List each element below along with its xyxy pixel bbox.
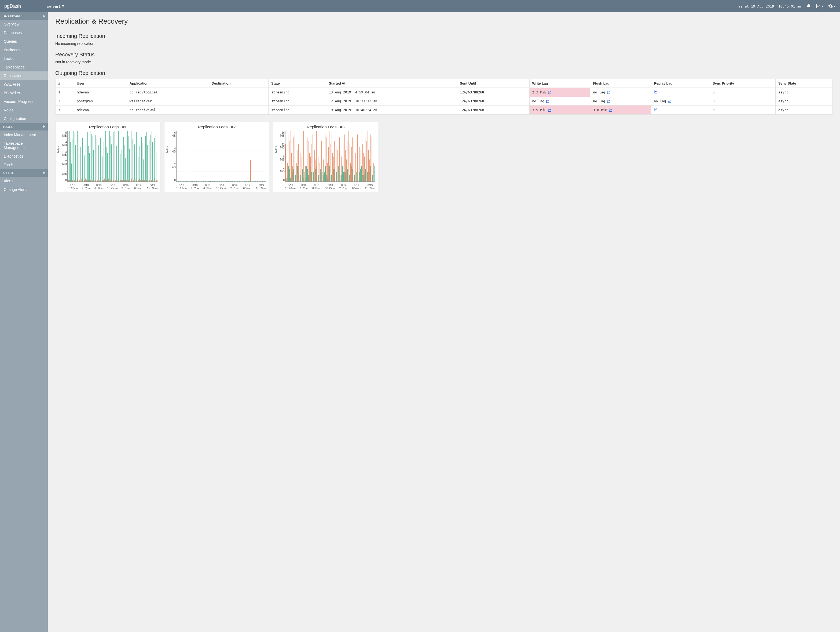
sidebar-section-head[interactable]: TOOLS [0,123,48,130]
chart-title: Replication Lags - #2 [164,122,269,130]
table-cell: 1 [55,88,74,97]
table-row: 1mdevanpg_recvlogicalstreaming13 Aug 201… [55,88,832,97]
sidebar-item[interactable]: Roles [0,106,48,114]
lag-cell [651,88,710,97]
chart-line-icon[interactable] [654,108,658,111]
chart-card: Replication Lags - #3bytes16MiB12MiB8MiB… [273,122,378,192]
sidebar-item[interactable]: Locks [0,54,48,63]
table-cell [209,106,268,115]
lag-value: no lag [593,99,605,103]
caret-down-icon [834,6,836,7]
table-cell: async [775,88,832,97]
table-cell: 0 [710,97,775,106]
table-cell: streaming [268,97,326,106]
sidebar-item[interactable]: BG Writer [0,89,48,97]
chart-line-icon[interactable] [546,99,550,103]
table-cell: 19 Aug 2019, 10:40:24 am [326,106,457,115]
sidebar-item[interactable]: Diagnostics [0,152,48,160]
recovery-heading: Recovery Status [55,52,832,58]
sidebar-item[interactable]: Alerts [0,177,48,185]
sidebar-item[interactable]: Queries [0,37,48,46]
lag-value: 2.3 MiB [532,90,546,94]
table-cell: 2 [55,97,74,106]
table-header: Sync State [775,79,832,88]
sidebar-item[interactable]: Databases [0,29,48,37]
main: Replication & Recovery Incoming Replicat… [48,12,840,632]
chart-line-icon[interactable] [548,90,552,94]
table-cell: 0 [710,88,775,97]
chevron-right-icon [43,171,45,174]
sidebar-item[interactable]: Tablespace Management [0,139,48,152]
sidebar-section-label: ALERTS [3,171,14,174]
gear-icon[interactable] [828,4,836,9]
table-cell: walreceiver [126,97,209,106]
table-cell: 12 Aug 2019, 10:31:13 am [326,97,457,106]
chart-line-icon[interactable] [654,90,658,94]
caret-down-icon [821,6,823,7]
sidebar-item[interactable]: Backends [0,46,48,54]
table-cell: 0 [710,106,775,115]
table-cell: postgres [74,97,127,106]
lag-value: no lag [593,90,605,94]
sidebar-item[interactable]: Top k [0,160,48,169]
incoming-heading: Incoming Replication [55,33,832,39]
sidebar-item[interactable]: Replication [0,71,48,80]
table-cell [209,88,268,97]
sidebar-section-head[interactable]: ALERTS [0,169,48,177]
incoming-text: No incoming replication. [55,41,832,46]
sidebar-section-head[interactable]: DASHBOARDS [0,12,48,20]
sidebar-item[interactable]: Index Management [0,130,48,139]
lag-value: no lag [532,99,544,103]
table-header: User [74,79,127,88]
chevron-right-icon [43,15,45,17]
topbar: pgDash server1 as at 19 Aug 2019, 10:45:… [0,0,840,12]
table-row: 2postgreswalreceiverstreaming12 Aug 2019… [55,97,832,106]
timestamp: as at 19 Aug 2019, 10:45:01 am [738,4,801,8]
sidebar: DASHBOARDSOverviewDatabasesQueriesBacken… [0,12,48,632]
table-cell: streaming [268,106,326,115]
chart-line-icon[interactable] [548,108,552,112]
chevron-right-icon [43,125,45,128]
outgoing-table: #UserApplicationDestinationStateStarted … [55,79,832,115]
chart-xticks: 8/1810:26am8/182:32pm8/186:38pm8/1810:45… [55,184,160,192]
sidebar-section-label: TOOLS [3,125,13,128]
table-header: Write Lag [529,79,590,88]
bell-icon[interactable] [806,4,811,9]
lag-cell: no lag [651,97,710,106]
chart-card: Replication Lags - #1bytes5MiB4MiB3MiB2M… [55,122,160,192]
table-cell: 12A/637B8268 [457,106,530,115]
chart-body: bytes5MiB4MiB3MiB2MiB1MiB0 [55,130,160,184]
table-header: Application [126,79,209,88]
sidebar-item[interactable]: Vacuum Progress [0,97,48,106]
chart-line-icon[interactable] [607,90,611,94]
lag-cell: 3.9 MiB [529,106,590,115]
table-cell [209,97,268,106]
chart-title: Replication Lags - #3 [273,122,378,130]
sidebar-item[interactable]: Tablespaces [0,63,48,71]
chart-line-icon[interactable] [668,99,671,103]
sidebar-item[interactable]: WAL Files [0,80,48,89]
chart-line-icon[interactable] [609,108,613,112]
table-header: Sent Until [457,79,530,88]
sidebar-item[interactable]: Change Alerts [0,185,48,194]
table-header: # [55,79,74,88]
table-cell: pg_recvlogical [126,88,209,97]
chart-yticks: 5MiB4MiB3MiB2MiB1MiB0 [58,131,67,182]
server-select[interactable]: server1 [47,4,65,9]
recovery-text: Not in recovery mode. [55,60,832,64]
lag-cell: 2.3 MiB [529,88,590,97]
sidebar-item[interactable]: Configuration [0,114,48,123]
table-cell: 3 [55,106,74,115]
chart-icon[interactable] [816,4,823,9]
chart-body: bytes6KiB4KiB2KiB0 [164,130,269,184]
chart-body: bytes16MiB12MiB8MiB4MiB0 [273,130,378,184]
lag-cell [651,106,710,115]
sidebar-item[interactable]: Overview [0,20,48,29]
chart-plot [285,131,375,182]
chart-yticks: 6KiB4KiB2KiB0 [167,131,176,182]
table-cell: mdevan [74,88,127,97]
table-cell: 12A/637B8268 [457,88,530,97]
table-header: Destination [209,79,268,88]
chart-line-icon[interactable] [607,99,611,103]
table-cell: async [775,106,832,115]
